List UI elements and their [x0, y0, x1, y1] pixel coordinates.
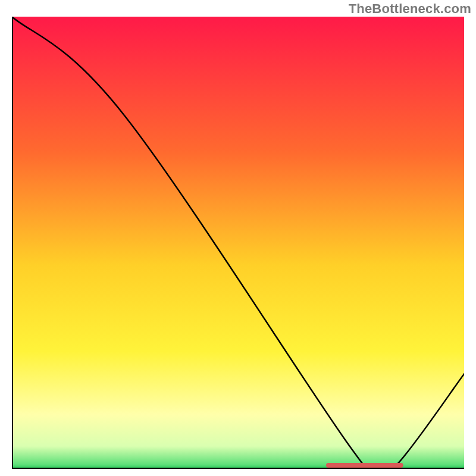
chart-container: TheBottleneck.com	[0, 0, 476, 476]
chart-svg	[12, 17, 464, 469]
plot-area	[12, 17, 464, 469]
attribution-label: TheBottleneck.com	[349, 1, 471, 17]
gradient-background	[12, 17, 464, 469]
